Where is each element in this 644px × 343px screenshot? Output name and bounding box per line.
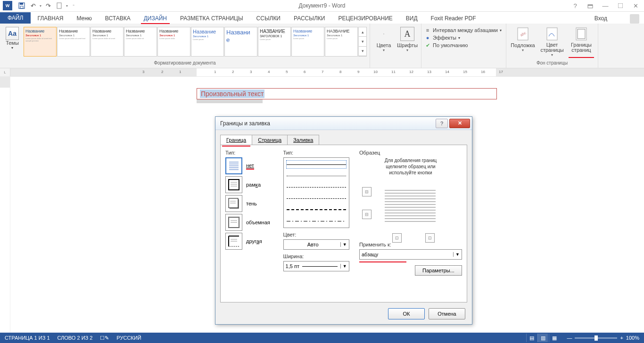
gallery-item[interactable]: НАЗВАНИЕЗАГОЛОВОК 1Lorem ipsum [258, 27, 291, 57]
document-text[interactable]: Произвольный текст [200, 90, 264, 98]
tab-file[interactable]: ФАЙЛ [0, 12, 31, 24]
dropdown-icon[interactable]: ▾ [66, 4, 68, 8]
minimize-icon[interactable]: — [600, 1, 611, 10]
border-right-toggle[interactable]: ⊡ [425, 233, 435, 243]
web-layout-icon[interactable]: ▦ [549, 334, 559, 342]
undo-icon[interactable]: ↶ [28, 1, 38, 10]
colors-button[interactable]: Цвета▾ [373, 27, 395, 52]
dialog-tab-shading[interactable]: Заливка [287, 135, 319, 145]
gallery-item[interactable]: НазваниеЗаголовок 1Lorem ipsum [291, 27, 324, 57]
tab-home[interactable]: ГЛАВНАЯ [31, 13, 70, 24]
border-bottom-toggle[interactable]: ⊟ [362, 210, 372, 219]
colors-icon [377, 27, 391, 41]
dialog-tab-border[interactable]: Граница [220, 135, 252, 145]
bordered-paragraph[interactable]: Произвольный текст [197, 88, 497, 99]
border-color-combo[interactable]: Авто ▼ [283, 239, 349, 250]
gallery-more-icon[interactable]: ▾ [359, 47, 366, 56]
gallery-item[interactable]: НАЗВАНИЕЗаголовок 1Lorem ipsum [325, 27, 358, 57]
border-type-3d[interactable]: объемная [225, 214, 276, 231]
tab-insert[interactable]: ВСТАВКА [99, 13, 137, 24]
watermark-button[interactable]: abc Подложка▾ [509, 27, 537, 57]
tab-review[interactable]: РЕЦЕНЗИРОВАНИЕ [331, 13, 399, 24]
close-icon: ✕ [458, 120, 462, 126]
width-label: Ширина: [283, 253, 352, 259]
gallery-up-icon[interactable]: ▴ [359, 27, 366, 37]
box-icon [225, 176, 242, 193]
help-icon[interactable]: ? [570, 1, 581, 10]
tab-mailings[interactable]: РАССЫЛКИ [287, 13, 331, 24]
tab-design[interactable]: ДИЗАЙН [137, 13, 173, 24]
svg-rect-2 [20, 6, 23, 8]
close-icon[interactable]: ✕ [630, 1, 641, 10]
effects-button[interactable]: ●Эффекты▾ [424, 34, 503, 41]
gallery-item[interactable]: НазваниеЗаголовок 1Lorem ipsum dolor sit… [57, 27, 90, 57]
zoom-slider[interactable] [575, 337, 617, 339]
apply-to-combo[interactable]: абзацу ▼ [359, 249, 462, 260]
language-status[interactable]: РУССКИЙ [116, 335, 141, 341]
page-color-button[interactable]: Цвет страницы▾ [538, 27, 566, 57]
border-type-custom[interactable]: другая [225, 233, 276, 250]
border-top-toggle[interactable]: ⊟ [362, 187, 372, 196]
gallery-down-icon[interactable]: ▾ [359, 37, 366, 46]
dialog-titlebar[interactable]: Границы и заливка ? ✕ [215, 117, 472, 130]
print-layout-icon[interactable]: ▥ [537, 334, 548, 342]
fonts-button[interactable]: А Шрифты▾ [396, 27, 418, 52]
ribbon-group-background: abc Подложка▾ Цвет страницы▾ Границы стр… [506, 24, 598, 68]
page-status[interactable]: СТРАНИЦА 1 ИЗ 1 [5, 335, 50, 341]
parameters-button[interactable]: Параметры... [415, 265, 462, 276]
horizontal-ruler[interactable]: L 3 2 1 1 2 3 4 5 6 7 8 9 10 11 12 13 14… [0, 68, 644, 77]
tab-view[interactable]: ВИД [399, 13, 424, 24]
gallery-item[interactable]: НазваниеЗаголовок 1Lorem ipsum dolor sit [124, 27, 157, 57]
dialog-close-button[interactable]: ✕ [449, 119, 470, 128]
tab-menu[interactable]: Меню [70, 13, 98, 24]
maximize-icon[interactable] [615, 1, 626, 10]
ok-button[interactable]: ОК [388, 308, 425, 319]
zoom-in-icon[interactable]: + [620, 335, 623, 341]
zoom-level[interactable]: 100% [626, 335, 639, 341]
page-borders-button[interactable]: Границы страниц [568, 27, 595, 57]
svg-rect-3 [57, 3, 61, 8]
gallery-item[interactable]: НазваниеЗаголовок 1Lorem ipsum dolor [157, 27, 190, 57]
gallery-item[interactable]: НазваниеЗаголовок 1Lorem ipsum [191, 27, 224, 57]
border-style-list[interactable] [283, 157, 349, 228]
redo-icon[interactable]: ↷ [43, 1, 53, 10]
proofing-icon[interactable]: ☐✎ [100, 335, 109, 341]
user-avatar-icon[interactable] [630, 14, 639, 24]
save-icon[interactable] [17, 1, 26, 10]
tab-references[interactable]: ССЫЛКИ [250, 13, 287, 24]
page-color-icon [545, 27, 559, 41]
ribbon-group-formatting: Aa Темы ▾ НазваниеЗаголовок 1Lorem ipsum… [0, 24, 370, 68]
paragraph-spacing-button[interactable]: ≡Интервал между абзацами▾ [424, 27, 503, 33]
dialog-tab-page[interactable]: Страница [252, 135, 288, 145]
read-mode-icon[interactable]: ▤ [526, 334, 537, 342]
preview-label: Образец [359, 150, 462, 155]
border-type-box[interactable]: рамка [225, 176, 276, 193]
border-width-combo[interactable]: 1,5 пт ▼ [283, 261, 349, 271]
cancel-button[interactable]: Отмена [429, 308, 465, 319]
gallery-item[interactable]: НазваниеЗаголовок 1Lorem ipsum dolor sit… [91, 27, 124, 57]
apply-label: Применить к: [359, 242, 462, 247]
themes-button[interactable]: Aa Темы ▾ [3, 27, 22, 50]
new-doc-icon[interactable] [55, 1, 64, 10]
ribbon-options-icon[interactable] [585, 1, 596, 10]
tab-layout[interactable]: РАЗМЕТКА СТРАНИЦЫ [173, 13, 250, 24]
dialog-help-icon[interactable]: ? [436, 119, 448, 128]
gallery-item[interactable]: НазваниеЗаголовок 1Lorem ipsum dolor sit… [24, 27, 57, 57]
border-type-shadow[interactable]: тень [225, 195, 276, 212]
border-left-toggle[interactable]: ⊡ [392, 233, 402, 243]
gallery-nav: ▴ ▾ ▾ [358, 27, 367, 57]
quick-access-toolbar: ↶ ▾ ↷ ▾ ⁼ [17, 1, 74, 10]
svg-rect-1 [20, 3, 23, 5]
border-type-none[interactable]: нет [225, 157, 276, 174]
view-buttons: ▤ ▥ ▦ [526, 334, 559, 342]
dropdown-icon[interactable]: ▾ [40, 4, 41, 8]
preview-sample[interactable] [382, 185, 438, 228]
vertical-ruler[interactable] [0, 77, 10, 333]
login-link[interactable]: Вход [591, 13, 611, 24]
zoom-out-icon[interactable]: — [567, 335, 572, 341]
tab-foxit[interactable]: Foxit Reader PDF [424, 13, 483, 24]
gallery-item[interactable]: Название [224, 27, 257, 57]
word-count[interactable]: СЛОВО 2 ИЗ 2 [58, 335, 93, 341]
type-label: Тип: [225, 150, 276, 155]
set-default-button[interactable]: ✔По умолчанию [424, 42, 503, 49]
